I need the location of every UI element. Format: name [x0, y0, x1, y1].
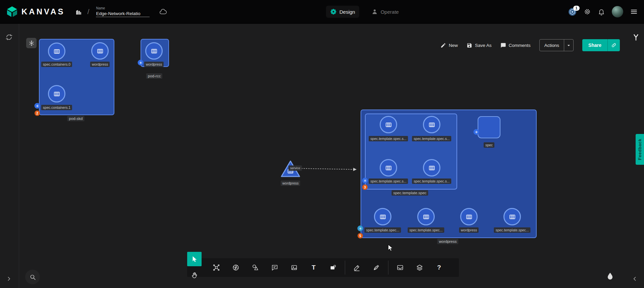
- container-node[interactable]: [423, 116, 440, 133]
- tab-operate-label: Operate: [381, 9, 399, 15]
- node-label: spec: [484, 142, 494, 148]
- kanvas-logo[interactable]: KANVAS: [6, 6, 65, 18]
- kanvas-logo-text: KANVAS: [21, 7, 65, 16]
- kubernetes-badge: [35, 103, 40, 109]
- shapes-tool-button[interactable]: [248, 260, 263, 275]
- spec-node[interactable]: [478, 116, 500, 138]
- notifications-bell-icon[interactable]: [598, 8, 605, 15]
- container-node[interactable]: [374, 208, 391, 225]
- kubernetes-tool-button[interactable]: [228, 260, 244, 275]
- settings-gear-icon[interactable]: [584, 8, 591, 15]
- sketch-tool-button[interactable]: [349, 260, 365, 275]
- node-label: spec.template.spec.s...: [369, 136, 408, 141]
- left-rail: [0, 23, 19, 288]
- actions-dropdown[interactable]: Actions: [539, 39, 574, 51]
- share-link-icon[interactable]: [607, 39, 620, 51]
- tab-design[interactable]: Design: [326, 6, 359, 18]
- group-spec-template-spec[interactable]: [365, 114, 457, 190]
- container-node[interactable]: [417, 208, 435, 225]
- pointer-tool-button[interactable]: [187, 252, 202, 266]
- save-as-label: Save As: [475, 43, 492, 48]
- history-sync-icon[interactable]: [5, 33, 13, 41]
- count-badge: 5: [358, 233, 363, 238]
- node-label: spec.template.spec.s...: [369, 178, 408, 184]
- toolbar-divider: [388, 261, 388, 275]
- node-label: spec.containers.0: [41, 62, 72, 67]
- feedback-tab[interactable]: Feedback: [636, 134, 644, 165]
- organization-icon[interactable]: [75, 8, 82, 15]
- kubernetes-badge: [362, 178, 368, 184]
- user-avatar[interactable]: [612, 6, 623, 17]
- node-label: spec.template.spec...: [364, 227, 401, 233]
- collapse-right-chevron[interactable]: [632, 276, 638, 282]
- rectangle-tool-button[interactable]: [325, 260, 341, 275]
- kanvas-app: KANVAS / Name Design Operate 1: [0, 0, 644, 288]
- breadcrumb-separator: /: [88, 8, 90, 16]
- group-label: spec.template.spec: [391, 190, 428, 196]
- resource-badge: [358, 226, 363, 231]
- container-node[interactable]: [48, 43, 65, 60]
- help-tool-button[interactable]: ?: [431, 260, 447, 275]
- toolbar-divider: [345, 261, 345, 275]
- container-node[interactable]: [91, 42, 109, 60]
- comments-label: Comments: [509, 43, 531, 48]
- header-left: KANVAS / Name: [0, 6, 167, 18]
- group-label: wordpress: [437, 239, 458, 244]
- header-right: 1: [568, 0, 638, 23]
- tab-operate[interactable]: Operate: [367, 6, 403, 18]
- container-node[interactable]: [380, 116, 397, 133]
- save-icon: [467, 43, 472, 48]
- cloud-sync-icon[interactable]: [159, 8, 167, 16]
- app-header: KANVAS / Name Design Operate 1: [0, 0, 644, 24]
- new-pencil-icon: [440, 43, 446, 48]
- notification-count-badge: 1: [573, 6, 580, 11]
- new-label: New: [449, 43, 458, 48]
- tab-design-label: Design: [339, 9, 355, 15]
- comments-button[interactable]: Comments: [500, 43, 531, 48]
- expand-left-panel-chevron[interactable]: [6, 276, 12, 282]
- container-node[interactable]: [423, 159, 440, 176]
- comment-tool-button[interactable]: [267, 260, 282, 275]
- comments-icon: [500, 43, 506, 48]
- canvas-action-bar: New Save As Comments Actions Share: [440, 39, 620, 51]
- actions-label: Actions: [540, 40, 564, 51]
- node-label: wordpress: [281, 181, 300, 186]
- component-tool-button[interactable]: [209, 260, 224, 275]
- node-label: spec.template.spec.s...: [412, 178, 451, 184]
- toolbar-left-column: [187, 252, 202, 282]
- ink-droplet-icon[interactable]: [606, 272, 614, 281]
- provider-status-button[interactable]: 1: [568, 7, 577, 16]
- container-node[interactable]: [145, 42, 163, 60]
- group-label: pod-skd: [67, 116, 85, 121]
- pen-tool-button[interactable]: [369, 260, 384, 275]
- operate-person-icon: [371, 8, 378, 15]
- node-label: wordpress: [144, 62, 164, 67]
- text-tool-button[interactable]: T: [306, 260, 321, 275]
- mode-tabs: Design Operate: [326, 0, 403, 23]
- container-node[interactable]: [460, 208, 478, 225]
- kubernetes-badge: [138, 60, 144, 66]
- save-as-button[interactable]: Save As: [467, 43, 492, 48]
- pan-tool-button[interactable]: [187, 268, 202, 282]
- share-button[interactable]: Share: [582, 39, 620, 51]
- node-label: spec.template.spec...: [494, 227, 530, 233]
- container-node[interactable]: [48, 85, 65, 102]
- media-tool-button[interactable]: [286, 260, 302, 275]
- snowflake-icon[interactable]: [26, 38, 37, 48]
- layers-tool-button[interactable]: [412, 260, 427, 275]
- container-node[interactable]: [503, 208, 521, 225]
- group-label: pod-rcc: [146, 73, 162, 79]
- node-label: spec.template.spec.s...: [412, 136, 451, 141]
- drawer-tool-button[interactable]: [392, 260, 408, 275]
- node-label: spec.template.spec...: [408, 227, 444, 233]
- design-name-input[interactable]: [96, 10, 150, 17]
- caret-down-icon[interactable]: [564, 40, 573, 51]
- container-node[interactable]: [380, 159, 397, 176]
- layer5-y-icon: [632, 33, 640, 42]
- new-button[interactable]: New: [440, 43, 458, 48]
- design-name-field: Name: [96, 6, 150, 17]
- menu-hamburger-icon[interactable]: [630, 8, 638, 16]
- node-label: spec.containers.1: [41, 105, 72, 110]
- kubernetes-badge: [474, 129, 479, 135]
- zoom-search-button[interactable]: [25, 270, 40, 284]
